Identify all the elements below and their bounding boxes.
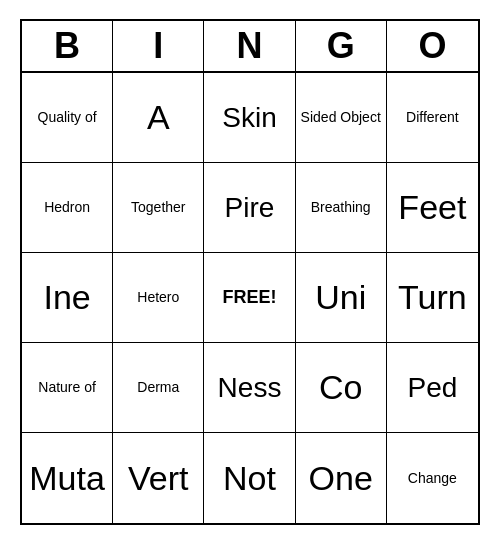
bingo-cell-16: Derma	[113, 343, 204, 433]
cell-text-21: Vert	[128, 458, 188, 499]
cell-text-10: Ine	[43, 277, 90, 318]
bingo-cell-9: Feet	[387, 163, 478, 253]
bingo-cell-21: Vert	[113, 433, 204, 523]
bingo-cell-23: One	[296, 433, 387, 523]
bingo-cell-1: A	[113, 73, 204, 163]
bingo-cell-2: Skin	[204, 73, 295, 163]
bingo-cell-5: Hedron	[22, 163, 113, 253]
header-letter-B: B	[22, 21, 113, 71]
cell-text-4: Different	[406, 109, 459, 126]
bingo-cell-3: Sided Object	[296, 73, 387, 163]
bingo-cell-10: Ine	[22, 253, 113, 343]
cell-text-2: Skin	[222, 101, 276, 135]
bingo-cell-11: Hetero	[113, 253, 204, 343]
cell-text-19: Ped	[407, 371, 457, 405]
bingo-cell-12: FREE!	[204, 253, 295, 343]
bingo-cell-6: Together	[113, 163, 204, 253]
cell-text-17: Ness	[218, 371, 282, 405]
cell-text-22: Not	[223, 458, 276, 499]
cell-text-12: FREE!	[222, 287, 276, 309]
header-letter-N: N	[204, 21, 295, 71]
cell-text-8: Breathing	[311, 199, 371, 216]
bingo-cell-8: Breathing	[296, 163, 387, 253]
header-letter-I: I	[113, 21, 204, 71]
bingo-cell-0: Quality of	[22, 73, 113, 163]
cell-text-15: Nature of	[38, 379, 96, 396]
bingo-card: BINGO Quality ofASkinSided ObjectDiffere…	[20, 19, 480, 525]
bingo-cell-4: Different	[387, 73, 478, 163]
cell-text-13: Uni	[315, 277, 366, 318]
cell-text-7: Pire	[225, 191, 275, 225]
cell-text-1: A	[147, 97, 170, 138]
cell-text-20: Muta	[29, 458, 105, 499]
bingo-cell-20: Muta	[22, 433, 113, 523]
cell-text-16: Derma	[137, 379, 179, 396]
bingo-cell-15: Nature of	[22, 343, 113, 433]
cell-text-24: Change	[408, 470, 457, 487]
cell-text-11: Hetero	[137, 289, 179, 306]
header-letter-G: G	[296, 21, 387, 71]
bingo-cell-13: Uni	[296, 253, 387, 343]
bingo-cell-14: Turn	[387, 253, 478, 343]
bingo-cell-18: Co	[296, 343, 387, 433]
header-letter-O: O	[387, 21, 478, 71]
cell-text-18: Co	[319, 367, 362, 408]
cell-text-9: Feet	[398, 187, 466, 228]
bingo-grid: Quality ofASkinSided ObjectDifferentHedr…	[22, 73, 478, 523]
cell-text-23: One	[309, 458, 373, 499]
cell-text-5: Hedron	[44, 199, 90, 216]
bingo-cell-24: Change	[387, 433, 478, 523]
cell-text-3: Sided Object	[301, 109, 381, 126]
bingo-cell-7: Pire	[204, 163, 295, 253]
bingo-cell-17: Ness	[204, 343, 295, 433]
cell-text-6: Together	[131, 199, 185, 216]
cell-text-0: Quality of	[38, 109, 97, 126]
bingo-cell-22: Not	[204, 433, 295, 523]
bingo-cell-19: Ped	[387, 343, 478, 433]
cell-text-14: Turn	[398, 277, 467, 318]
bingo-header: BINGO	[22, 21, 478, 73]
